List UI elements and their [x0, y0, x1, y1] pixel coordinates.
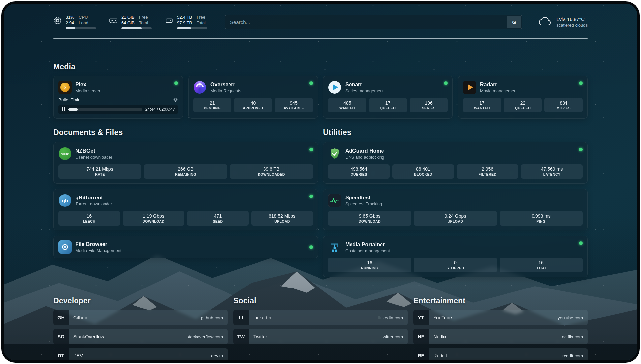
now-playing-title: Bullet Train: [58, 97, 81, 102]
weather-widget[interactable]: Lviv, 16.87°C scattered clouds: [537, 16, 588, 28]
bookmark-stackoverflow[interactable]: SO StackOverflow stackoverflow.com: [53, 329, 228, 344]
overseerr-icon: [193, 81, 206, 94]
app-name: NZBGet: [76, 148, 112, 154]
stat-tile: 9.24 Gbps UPLOAD: [414, 211, 497, 226]
app-subtitle: Torrent downloader: [76, 201, 112, 206]
topbar-divider: [53, 38, 588, 39]
search-input[interactable]: [226, 19, 507, 25]
memory-label-top: Free: [139, 15, 148, 20]
status-dot: [444, 81, 448, 85]
status-dot: [174, 81, 178, 85]
app-card-adguard[interactable]: AdGuard Home DNS and adblocking 498,564 …: [323, 142, 588, 184]
cpu-label-bottom: Load: [79, 21, 88, 26]
memory-widget: 21 GiB 64 GiB Free Total: [109, 15, 152, 29]
plex-icon: ›: [58, 81, 72, 94]
disk-label-top: Free: [197, 15, 205, 20]
status-dot: [309, 195, 313, 198]
stat-tile: 22 QUEUED: [504, 98, 542, 112]
stat-tile: 16 TOTAL: [500, 258, 583, 272]
app-subtitle: Speedtest Tracking: [345, 201, 382, 206]
playback-progress[interactable]: [68, 108, 142, 111]
app-card-plex[interactable]: › Plex Media server Bullet Train: [53, 76, 183, 119]
app-name: Overseerr: [210, 82, 241, 88]
app-subtitle: Usenet downloader: [76, 155, 112, 160]
topbar: 31% 2.94 CPU Load: [53, 15, 588, 29]
search-engine-button[interactable]: G: [507, 16, 521, 28]
cpu-widget: 31% 2.94 CPU Load: [53, 15, 96, 29]
adguard-icon: [328, 147, 341, 160]
cpu-load-value: 2.94: [66, 21, 74, 26]
twitter-icon: TW: [233, 329, 249, 344]
bookmark-netflix[interactable]: NF Netflix netflix.com: [413, 329, 588, 344]
github-icon: GH: [53, 310, 69, 325]
status-dot: [309, 148, 313, 151]
app-name: Media Portainer: [345, 242, 390, 248]
dev-icon: DT: [53, 348, 69, 363]
pause-icon[interactable]: [61, 107, 65, 111]
disk-icon: [165, 16, 173, 26]
memory-free-value: 21 GiB: [121, 15, 135, 20]
disk-widget: 52.4 TB 97.9 TB Free Total: [165, 15, 207, 29]
gear-icon[interactable]: [173, 97, 178, 102]
app-name: Sonarr: [345, 82, 383, 88]
stat-tile: 618.52 Mbps UPLOAD: [251, 211, 313, 226]
app-card-overseerr[interactable]: Overseerr Media Requests 21 PENDING 40 A…: [188, 76, 318, 119]
app-subtitle: Movie management: [480, 88, 518, 93]
stat-tile: 945 AVAILABLE: [275, 98, 313, 112]
stat-tile: 471 SEED: [187, 211, 249, 226]
stat-tile: 834 MOVIES: [544, 98, 583, 112]
app-subtitle: Container management: [345, 248, 390, 253]
disk-progress-bar: [177, 27, 207, 29]
cpu-percent: 31%: [66, 15, 74, 20]
status-dot: [309, 245, 313, 249]
stat-tile: 39.6 TB DOWNLOADED: [230, 164, 313, 179]
stat-tile: 40 APPROVED: [234, 98, 272, 112]
app-card-nzbget[interactable]: nzbget NZBGet Usenet downloader 744.21 M…: [53, 142, 318, 184]
app-card-filebrowser[interactable]: File Browser Media File Management: [53, 236, 318, 258]
app-name: Plex: [76, 82, 100, 88]
cpu-label-top: CPU: [79, 15, 88, 20]
memory-label-bottom: Total: [139, 21, 148, 26]
system-widgets: 31% 2.94 CPU Load: [53, 15, 207, 29]
qbittorrent-icon: qb: [58, 194, 72, 207]
section-title-developer: Developer: [53, 296, 228, 305]
app-card-qbittorrent[interactable]: qb qBittorrent Torrent downloader 16 LEE…: [53, 189, 318, 230]
stat-tile: 196 SERIES: [410, 98, 448, 112]
app-subtitle: Media Requests: [210, 88, 241, 93]
app-card-sonarr[interactable]: Sonarr Series management 485 WANTED 17 Q…: [323, 76, 453, 119]
bookmark-linkedin[interactable]: LI LinkedIn linkedin.com: [233, 310, 408, 325]
netflix-icon: NF: [413, 329, 429, 344]
app-card-speedtest[interactable]: Speedtest Speedtest Tracking 9.65 Gbps D…: [323, 189, 588, 230]
app-subtitle: Media server: [76, 88, 100, 93]
bookmark-group-social: Social LI LinkedIn linkedin.com TW Twitt…: [233, 296, 408, 363]
stat-tile: 0.993 ms PING: [500, 211, 583, 226]
radarr-icon: [463, 81, 476, 94]
stackoverflow-icon: SO: [53, 329, 69, 344]
bookmark-youtube[interactable]: YT YouTube youtube.com: [413, 310, 588, 325]
bookmark-reddit[interactable]: RE Reddit reddit.com: [413, 348, 588, 363]
bookmark-group-developer: Developer GH Github github.com SO StackO…: [53, 296, 228, 363]
portainer-icon: [328, 241, 341, 254]
bookmark-twitter[interactable]: TW Twitter twitter.com: [233, 329, 408, 344]
bookmark-github[interactable]: GH Github github.com: [53, 310, 228, 325]
weather-condition: scattered clouds: [556, 23, 588, 28]
bookmark-dev[interactable]: DT DEV dev.to: [53, 348, 228, 363]
search-bar[interactable]: G: [225, 15, 522, 29]
sonarr-icon: [328, 81, 341, 94]
app-name: AdGuard Home: [345, 148, 384, 154]
app-subtitle: DNS and adblocking: [345, 155, 384, 160]
documents-column: Documents & Files nzbget NZBGet Usenet d…: [53, 128, 318, 258]
youtube-icon: YT: [413, 310, 429, 325]
app-card-portainer[interactable]: Media Portainer Container management 16 …: [323, 236, 588, 277]
filebrowser-icon: [58, 240, 72, 254]
app-card-radarr[interactable]: Radarr Movie management 17 WANTED 22 QUE…: [458, 76, 588, 119]
nzbget-icon: nzbget: [58, 147, 72, 160]
memory-total-value: 64 GiB: [121, 21, 135, 26]
disk-free-value: 52.4 TB: [177, 15, 192, 20]
section-title-utilities: Utilities: [323, 128, 588, 137]
stat-tile: 9.65 Gbps DOWNLOAD: [328, 211, 411, 226]
app-name: qBittorrent: [76, 195, 112, 201]
section-title-entertainment: Entertainment: [413, 296, 588, 305]
app-subtitle: Media File Management: [76, 248, 121, 253]
cloud-icon: [537, 16, 552, 28]
